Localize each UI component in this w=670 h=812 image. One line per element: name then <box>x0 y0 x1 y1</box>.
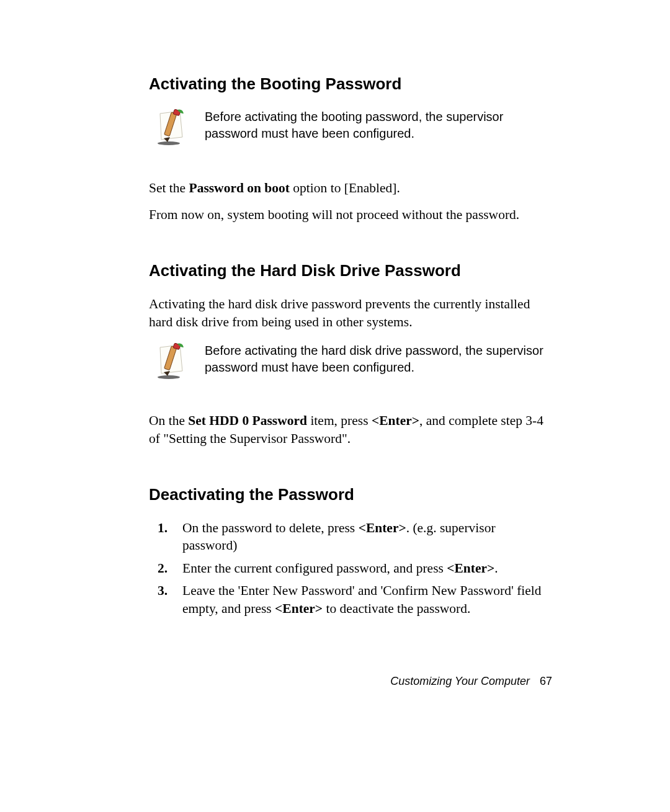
footer-page-number: 67 <box>540 675 552 687</box>
text-fragment: to deactivate the password. <box>323 601 470 616</box>
text-bold-enter-key: <Enter> <box>275 601 323 616</box>
text-bold-password-on-boot: Password on boot <box>189 181 290 195</box>
text-bold-enter-key: <Enter> <box>447 561 494 576</box>
para-booting-not-proceed: From now on, system booting will not pro… <box>149 206 552 224</box>
text-fragment: item, press <box>307 413 372 428</box>
step-number: 3. <box>158 582 182 599</box>
step-number: 2. <box>158 560 182 577</box>
step-number: 1. <box>158 519 182 537</box>
footer: Customizing Your Computer 67 <box>390 675 552 688</box>
document-page: Activating the Booting Password Before a… <box>0 0 670 812</box>
step-text: On the password to delete, press <Enter>… <box>182 519 552 555</box>
step-text: Enter the current configured password, a… <box>182 560 498 577</box>
step-item: 1. On the password to delete, press <Ent… <box>149 519 552 555</box>
text-fragment: On the <box>149 413 188 428</box>
footer-text: Customizing Your Computer <box>390 675 530 687</box>
text-fragment: Enter the current configured password, a… <box>182 561 447 576</box>
note-booting: Before activating the booting password, … <box>155 109 552 146</box>
heading-deactivating-password: Deactivating the Password <box>149 485 552 504</box>
text-bold-enter-key: <Enter> <box>359 520 406 535</box>
step-item: 3. Leave the 'Enter New Password' and 'C… <box>149 582 552 617</box>
heading-activating-booting-password: Activating the Booting Password <box>149 74 552 94</box>
note-hdd: Before activating the hard disk drive pa… <box>155 342 552 380</box>
text-fragment: option to [Enabled]. <box>290 181 400 195</box>
text-bold-enter-key: <Enter> <box>372 413 419 428</box>
note-text-hdd: Before activating the hard disk drive pa… <box>205 342 552 376</box>
para-hdd-intro: Activating the hard disk drive password … <box>149 295 552 331</box>
heading-activating-hdd-password: Activating the Hard Disk Drive Password <box>149 261 552 280</box>
para-set-password-on-boot: Set the Password on boot option to [Enab… <box>149 179 552 197</box>
note-icon <box>155 342 187 380</box>
text-fragment: On the password to delete, press <box>182 520 359 535</box>
step-item: 2. Enter the current configured password… <box>149 560 552 577</box>
step-text: Leave the 'Enter New Password' and 'Conf… <box>182 582 552 617</box>
text-bold-set-hdd0: Set HDD 0 Password <box>188 413 307 428</box>
text-fragment: Set the <box>149 181 189 195</box>
para-set-hdd0: On the Set HDD 0 Password item, press <E… <box>149 412 552 448</box>
note-icon <box>155 109 187 146</box>
steps-list: 1. On the password to delete, press <Ent… <box>149 519 552 617</box>
note-text-booting: Before activating the booting password, … <box>205 109 552 142</box>
text-fragment: . <box>494 561 498 576</box>
